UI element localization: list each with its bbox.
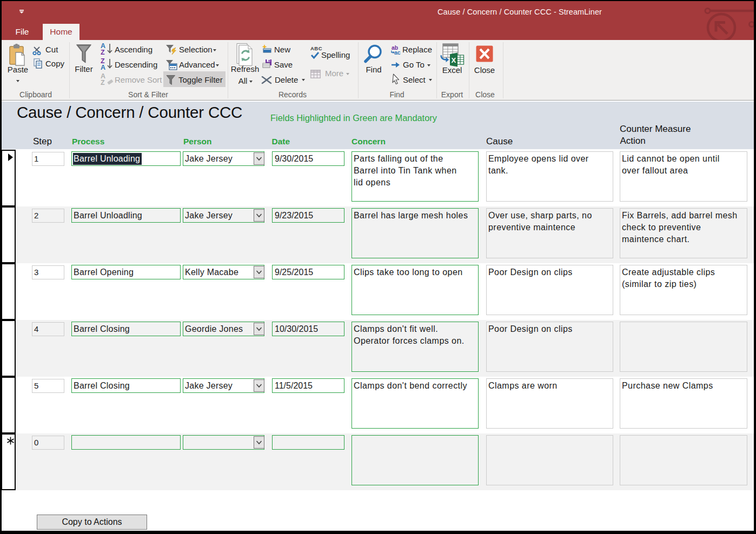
svg-text:X: X — [452, 56, 456, 64]
svg-text:ac: ac — [394, 49, 401, 56]
